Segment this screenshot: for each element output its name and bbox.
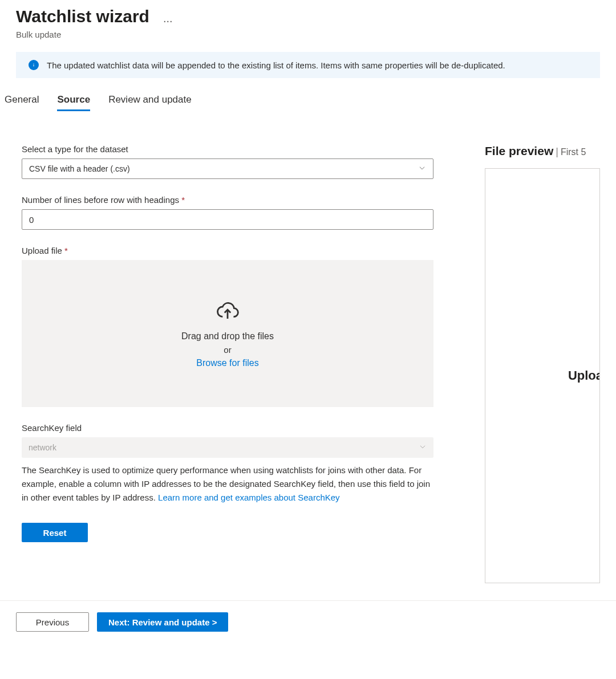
- page-title: Watchlist wizard: [16, 7, 149, 26]
- previous-button[interactable]: Previous: [16, 612, 89, 632]
- reset-button[interactable]: Reset: [22, 523, 88, 542]
- dataset-type-label: Select a type for the dataset: [22, 144, 433, 154]
- searchkey-learn-more-link[interactable]: Learn more and get examples about Search…: [158, 493, 340, 502]
- searchkey-value: network: [29, 443, 56, 452]
- wizard-footer: Previous Next: Review and update >: [0, 600, 616, 643]
- tab-general[interactable]: General: [5, 91, 39, 111]
- info-banner: The updated watchlist data will be appen…: [16, 52, 600, 78]
- searchkey-help-text: The SearchKey is used to optimize query …: [22, 463, 433, 505]
- dropzone-drag-text: Drag and drop the files: [181, 331, 274, 341]
- chevron-down-icon: [419, 443, 427, 453]
- browse-files-link[interactable]: Browse for files: [196, 358, 258, 368]
- searchkey-select: network: [22, 437, 433, 458]
- upload-dropzone[interactable]: Drag and drop the files or Browse for fi…: [22, 260, 433, 407]
- dataset-type-select[interactable]: CSV file with a header (.csv): [22, 158, 433, 179]
- info-icon: [29, 60, 39, 70]
- tab-source[interactable]: Source: [57, 91, 90, 111]
- page-subtitle: Bulk update: [16, 30, 600, 39]
- file-preview-placeholder: Uploa: [568, 368, 600, 383]
- dropzone-or-text: or: [224, 345, 231, 355]
- file-preview-box: Uploa: [485, 168, 600, 583]
- info-banner-text: The updated watchlist data will be appen…: [47, 60, 505, 70]
- cloud-upload-icon: [216, 299, 240, 324]
- more-icon[interactable]: ...: [163, 9, 173, 24]
- next-button[interactable]: Next: Review and update >: [97, 612, 228, 632]
- lines-before-label: Number of lines before row with headings…: [22, 195, 433, 205]
- tab-review-and-update[interactable]: Review and update: [108, 91, 192, 111]
- lines-before-input[interactable]: [22, 209, 433, 230]
- tabs: General Source Review and update: [5, 91, 600, 111]
- upload-file-label: Upload file *: [22, 246, 433, 255]
- searchkey-label: SearchKey field: [22, 423, 433, 433]
- file-preview-header: File preview|First 5: [485, 144, 600, 158]
- dataset-type-value: CSV file with a header (.csv): [29, 164, 130, 173]
- chevron-down-icon: [418, 164, 426, 174]
